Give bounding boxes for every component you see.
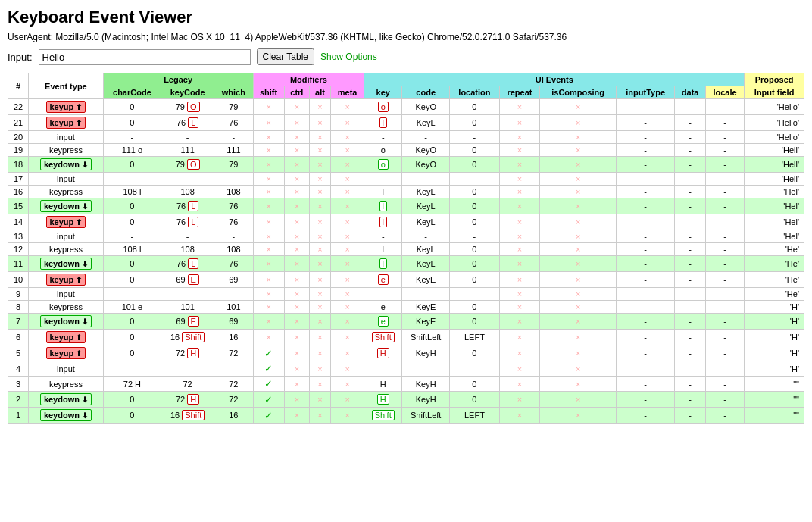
cell-meta: × (330, 392, 364, 408)
cell-locale: - (705, 330, 744, 345)
cell-repeat: × (499, 99, 540, 115)
sub-key: key (364, 86, 402, 99)
cell-key: e (364, 272, 402, 288)
cell-location: 0 (450, 99, 499, 115)
cell-repeat: × (499, 377, 540, 392)
badge-keyup: keyup ⬆ (46, 331, 86, 343)
cell-input-field: 'H' (745, 345, 804, 361)
cell-input-field: 'Hel' (745, 214, 804, 230)
cell-location: 0 (450, 243, 499, 256)
cell-input-field: 'Hell' (745, 173, 804, 186)
cell-charcode: 0 (103, 256, 161, 272)
cell-input-field: 'He' (745, 256, 804, 272)
badge-keydown: keydown ⬇ (40, 409, 92, 421)
cell-iscomposing: × (540, 408, 617, 424)
cell-num: 19 (8, 144, 29, 157)
cell-event-type: keydown ⬇ (29, 256, 104, 272)
cell-location: - (450, 361, 499, 377)
cell-iscomposing: × (540, 99, 617, 115)
cell-repeat: × (499, 408, 540, 424)
cell-meta: × (330, 198, 364, 214)
cell-key: l (364, 186, 402, 198)
cell-num: 2 (8, 392, 29, 408)
badge-keydown: keydown ⬇ (40, 315, 92, 327)
cell-ctrl: × (284, 272, 309, 288)
cell-location: 0 (450, 392, 499, 408)
cell-which: 108 (214, 186, 253, 198)
badge-keyup: keyup ⬆ (46, 274, 86, 286)
cell-data: - (675, 115, 705, 131)
cell-locale: - (705, 272, 744, 288)
cell-data: - (675, 301, 705, 314)
cell-iscomposing: × (540, 230, 617, 243)
cell-locale: - (705, 392, 744, 408)
cell-alt: × (310, 186, 331, 198)
cell-input-field: 'H' (745, 361, 804, 377)
cell-shift: × (253, 256, 284, 272)
cell-inputtype: - (616, 256, 675, 272)
cell-input-field: 'H' (745, 314, 804, 330)
keyboard-input[interactable] (39, 49, 251, 65)
cell-keycode: - (161, 230, 214, 243)
show-options-link[interactable]: Show Options (320, 52, 377, 62)
table-row: 20input---××××---××---'Hello' (8, 131, 804, 144)
cell-alt: × (310, 408, 331, 424)
cell-iscomposing: × (540, 392, 617, 408)
table-row: 6keyup ⬆016 Shift16××××ShiftShiftLeftLEF… (8, 330, 804, 345)
badge-input: input (57, 289, 75, 299)
cell-data: - (675, 361, 705, 377)
cell-which: 76 (214, 115, 253, 131)
table-row: 8keypress101 e101101××××eKeyE0××---'H' (8, 301, 804, 314)
cell-repeat: × (499, 301, 540, 314)
cell-alt: × (310, 230, 331, 243)
cell-shift: × (253, 186, 284, 198)
cell-shift: × (253, 115, 284, 131)
cell-keycode: - (161, 361, 214, 377)
cell-location: - (450, 288, 499, 301)
cell-keycode: - (161, 173, 214, 186)
table-row: 2keydown ⬇072 H72✓×××HKeyH0××---"" (8, 392, 804, 408)
clear-table-button[interactable]: Clear Table (257, 48, 314, 65)
col-header-proposed: Proposed (745, 73, 804, 86)
cell-num: 8 (8, 301, 29, 314)
cell-ctrl: × (284, 230, 309, 243)
cell-repeat: × (499, 173, 540, 186)
cell-data: - (675, 214, 705, 230)
cell-event-type: input (29, 361, 104, 377)
cell-key: l (364, 256, 402, 272)
table-row: 3keypress72 H7272✓×××HKeyH0××---"" (8, 377, 804, 392)
cell-inputtype: - (616, 115, 675, 131)
cell-data: - (675, 330, 705, 345)
key-badge-red: o (378, 102, 389, 112)
cell-charcode: 0 (103, 345, 161, 361)
cell-iscomposing: × (540, 214, 617, 230)
cell-inputtype: - (616, 198, 675, 214)
cell-ctrl: × (284, 198, 309, 214)
cell-which: 69 (214, 272, 253, 288)
cell-keycode: 108 (161, 243, 214, 256)
cell-meta: × (330, 115, 364, 131)
cell-input-field: 'Hel' (745, 186, 804, 198)
cell-shift: ✓ (253, 345, 284, 361)
cell-num: 17 (8, 173, 29, 186)
keycode-badge: E (188, 316, 199, 327)
cell-charcode: 0 (103, 408, 161, 424)
cell-num: 9 (8, 288, 29, 301)
cell-num: 12 (8, 243, 29, 256)
cell-ctrl: × (284, 361, 309, 377)
cell-location: - (450, 173, 499, 186)
cell-shift: × (253, 157, 284, 173)
cell-inputtype: - (616, 272, 675, 288)
cell-alt: × (310, 243, 331, 256)
cell-shift: ✓ (253, 377, 284, 392)
cell-data: - (675, 243, 705, 256)
cell-input-field: 'Hell' (745, 144, 804, 157)
cell-ctrl: × (284, 131, 309, 144)
table-row: 15keydown ⬇076 L76××××lKeyL0××---'Hel' (8, 198, 804, 214)
cell-code: KeyL (402, 115, 450, 131)
cell-inputtype: - (616, 301, 675, 314)
cell-inputtype: - (616, 330, 675, 345)
cell-alt: × (310, 198, 331, 214)
sub-iscomposing: isComposing (540, 86, 617, 99)
cell-shift: × (253, 301, 284, 314)
